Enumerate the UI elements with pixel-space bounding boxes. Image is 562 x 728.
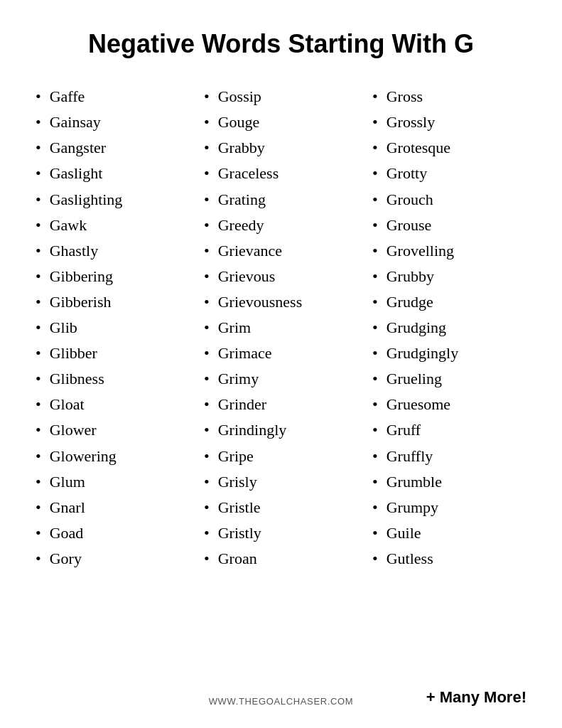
list-item: Gross	[372, 85, 526, 109]
list-item: Grievous	[204, 264, 358, 289]
footer-url: WWW.THEGOALCHASER.COM	[199, 696, 362, 707]
list-item: Gangster	[36, 136, 190, 160]
list-item: Grabby	[204, 136, 358, 160]
list-item: Glower	[36, 418, 190, 442]
word-column-col2: GossipGougeGrabbyGracelessGratingGreedyG…	[197, 85, 365, 663]
list-item: Gnarl	[36, 496, 190, 520]
list-item: Gainsay	[36, 110, 190, 134]
list-item: Gloat	[36, 392, 190, 417]
list-item: Graceless	[204, 161, 358, 186]
list-item: Grating	[204, 188, 358, 212]
list-item: Grudging	[372, 316, 526, 340]
list-item: Gaslighting	[36, 188, 190, 212]
list-item: Gruesome	[372, 392, 526, 417]
list-item: Gossip	[204, 85, 358, 109]
list-item: Gripe	[204, 444, 358, 469]
list-item: Grievance	[204, 239, 358, 263]
list-item: Glibber	[36, 341, 190, 365]
list-item: Grouse	[372, 213, 526, 237]
list-item: Glib	[36, 316, 190, 340]
list-item: Goad	[36, 521, 190, 545]
word-list-col1: GaffeGainsayGangsterGaslightGaslightingG…	[36, 85, 190, 572]
list-item: Grimy	[204, 367, 358, 391]
list-item: Gutless	[372, 547, 526, 571]
word-list-col3: GrossGrosslyGrotesqueGrottyGrouchGrouseG…	[372, 85, 526, 572]
list-item: Grindingly	[204, 418, 358, 442]
list-item: Grouch	[372, 188, 526, 212]
list-item: Grossly	[372, 110, 526, 134]
list-item: Grudge	[372, 290, 526, 314]
word-columns: GaffeGainsayGangsterGaslightGaslightingG…	[28, 85, 534, 663]
list-item: Gibberish	[36, 290, 190, 314]
list-item: Glibness	[36, 367, 190, 391]
list-item: Grotesque	[372, 136, 526, 160]
list-item: Grudgingly	[372, 341, 526, 365]
list-item: Grumble	[372, 470, 526, 494]
list-item: Gaslight	[36, 161, 190, 186]
list-item: Gory	[36, 547, 190, 571]
list-item: Gaffe	[36, 85, 190, 109]
list-item: Gawk	[36, 213, 190, 237]
list-item: Grisly	[204, 470, 358, 494]
list-item: Grinder	[204, 392, 358, 417]
list-item: Grim	[204, 316, 358, 340]
list-item: Grumpy	[372, 496, 526, 520]
footer-more: + Many More!	[363, 688, 526, 707]
list-item: Gouge	[204, 110, 358, 134]
list-item: Gruff	[372, 418, 526, 442]
list-item: Grimace	[204, 341, 358, 365]
list-item: Ghastly	[36, 239, 190, 263]
list-item: Glowering	[36, 444, 190, 469]
page-title: Negative Words Starting With G	[88, 28, 474, 59]
footer: WWW.THEGOALCHASER.COM + Many More!	[28, 688, 534, 707]
list-item: Groan	[204, 547, 358, 571]
list-item: Grueling	[372, 367, 526, 391]
word-column-col3: GrossGrosslyGrotesqueGrottyGrouchGrouseG…	[365, 85, 534, 663]
list-item: Greedy	[204, 213, 358, 237]
list-item: Grotty	[372, 161, 526, 186]
word-column-col1: GaffeGainsayGangsterGaslightGaslightingG…	[28, 85, 197, 663]
list-item: Gristly	[204, 521, 358, 545]
word-list-col2: GossipGougeGrabbyGracelessGratingGreedyG…	[204, 85, 358, 572]
list-item: Grievousness	[204, 290, 358, 314]
list-item: Guile	[372, 521, 526, 545]
list-item: Glum	[36, 470, 190, 494]
list-item: Gristle	[204, 496, 358, 520]
list-item: Grubby	[372, 264, 526, 289]
list-item: Gruffly	[372, 444, 526, 469]
list-item: Gibbering	[36, 264, 190, 289]
list-item: Grovelling	[372, 239, 526, 263]
